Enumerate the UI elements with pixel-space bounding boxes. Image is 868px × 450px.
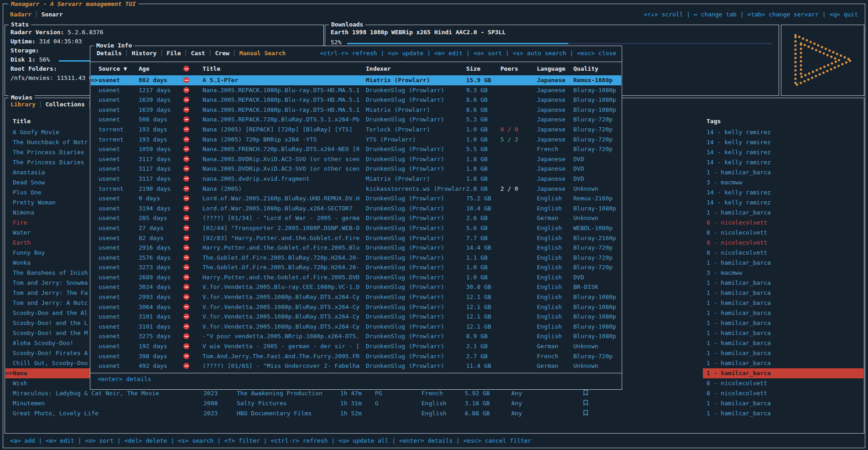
column-peers[interactable]: Peers xyxy=(500,65,537,75)
release-row[interactable]: torrent2190 daysNana (2005)kickasstorren… xyxy=(91,184,621,194)
tab-radarr[interactable]: Radarr xyxy=(10,11,31,18)
release-row[interactable]: usenet492 days(????) [01/65] - "Miss Und… xyxy=(91,361,621,371)
release-row[interactable]: usenet2576 daysThe.Goblet.Of.Fire.2005.B… xyxy=(91,253,621,263)
column-language[interactable]: Language xyxy=(537,65,573,75)
release-indexer: DrunkenSlug (Prowlarr) xyxy=(366,95,466,105)
header-spacer xyxy=(5,116,13,126)
release-row[interactable]: usenet2993 daysV.for.Vendetta.2005.1080p… xyxy=(91,292,621,302)
rejection-cell xyxy=(183,243,203,253)
release-row[interactable]: usenet1639 daysNana.2005.REPACK.1080p.Bl… xyxy=(91,95,621,105)
selection-marker xyxy=(91,105,99,115)
selection-marker xyxy=(91,312,99,322)
movie-row[interactable]: Great Photo, Lovely Life2023HBO Document… xyxy=(5,408,863,419)
release-title: [02/44] "Transporter 2.2005.1080P.DSNP.W… xyxy=(203,223,366,233)
column-age[interactable]: Age xyxy=(139,65,183,75)
tabs-divider xyxy=(90,62,622,62)
release-row[interactable]: =>usenet802 daysA 5.1-PTerMiatrix (Prowl… xyxy=(91,75,621,85)
radarr-version-value: 5.2.6.8376 xyxy=(68,29,103,36)
uptime-label: Uptime: xyxy=(10,38,36,45)
release-quality: Bluray-1080p xyxy=(573,204,621,214)
column-quality[interactable]: Quality xyxy=(573,65,621,75)
tab-history[interactable]: History xyxy=(132,50,157,57)
release-row[interactable]: usenet2916 daysHarry.Potter.and.the.Gobl… xyxy=(91,243,621,253)
release-row[interactable]: torrent193 daysNana (2005) 720p BRRip x2… xyxy=(91,135,621,145)
release-row[interactable]: usenet3273 daysThe.Goblet.Of.Fire.2005.B… xyxy=(91,262,621,272)
release-row[interactable]: usenet3117 daysNana.2005.DVDRip.XviD.AC3… xyxy=(91,164,621,174)
rejection-cell xyxy=(183,233,203,243)
release-row[interactable]: usenet285 days(????) [01/34] - "Lord of … xyxy=(91,213,621,223)
release-peers xyxy=(500,233,537,243)
selection-marker xyxy=(91,243,99,253)
release-size: 2.7 GB xyxy=(466,351,500,361)
release-row[interactable]: usenet1217 daysNana.2005.REPACK.1080p.Bl… xyxy=(91,85,621,95)
release-row[interactable]: usenet3101 daysV.for.Vendetta.2005.1080p… xyxy=(91,312,621,322)
release-title: Nana.2005.REPACK.1080p.Blu-ray.DTS-HD.MA… xyxy=(203,95,366,105)
column-rejected[interactable] xyxy=(183,65,203,75)
release-indexer: DrunkenSlug (Prowlarr) xyxy=(366,361,466,371)
rejection-cell xyxy=(183,223,203,233)
release-row[interactable]: usenet1059 daysNana.2005.FRENCH.720p.Blu… xyxy=(91,144,621,154)
release-row[interactable]: usenet2689 daysHarry.Potter.and.the.Gobl… xyxy=(91,272,621,283)
tab-cast[interactable]: Cast xyxy=(191,50,205,57)
selection-marker xyxy=(91,361,99,371)
movie-runtime: 1h 52m xyxy=(337,408,371,419)
release-row[interactable]: usenet508 daysNana.2005.REPACK.720p.BluR… xyxy=(91,115,621,125)
download-item-title: Earth 1998 1080p WEBRip x265 Hindi AAC2.… xyxy=(331,29,506,36)
release-row[interactable]: usenet1639 daysNana.2005.REPACK.1080p.Bl… xyxy=(91,105,621,115)
tab-collections[interactable]: Collections xyxy=(46,101,85,108)
release-row[interactable]: usenet3117 daysNana.2005.DVDRip.XviD.AC3… xyxy=(91,154,621,164)
rejected-icon xyxy=(183,126,189,132)
tab-library[interactable]: Library xyxy=(10,101,36,108)
release-row[interactable]: usenet3117 daysnana.2005.dvdrip.xvid.fra… xyxy=(91,174,621,184)
release-row[interactable]: usenet398 daysTom.And.Jerry.The.Fast.And… xyxy=(91,351,621,361)
movie-monitored-cell xyxy=(580,398,703,408)
rejected-icon xyxy=(183,166,189,172)
release-row[interactable]: torrent193 daysNana (2005) [REPACK] [720… xyxy=(91,125,621,135)
tab-crew[interactable]: Crew xyxy=(215,50,229,57)
movie-row[interactable]: Miraculous: Ladybug & Cat Noir, The Movi… xyxy=(5,388,863,398)
release-row[interactable]: usenet192 daysV wie Vendetta - 2005 - ge… xyxy=(91,341,621,351)
movie-language: English xyxy=(418,408,461,419)
selection-marker xyxy=(91,331,99,341)
column-indexer[interactable]: Indexer xyxy=(366,65,466,75)
release-age: 193 days xyxy=(139,135,183,145)
movie-tag: 8 - nicolecolvett xyxy=(703,238,863,248)
rejection-cell xyxy=(183,95,203,105)
tab-details[interactable]: Details xyxy=(97,50,122,57)
column-source[interactable]: Source ▼ xyxy=(99,65,139,75)
release-row[interactable]: usenet82 days[02/83] "Harry.Potter.and.t… xyxy=(91,233,621,243)
selection-marker: => xyxy=(5,368,13,378)
column-size[interactable]: Size xyxy=(466,65,500,75)
tab-manual-search[interactable]: Manual Search xyxy=(239,50,286,57)
downloads-panel-title: Downloads xyxy=(329,21,365,28)
release-row[interactable]: usenet3101 daysV.for.Vendetta.2005.1080p… xyxy=(91,322,621,332)
release-age: 285 days xyxy=(139,213,183,223)
column-tags[interactable]: Tags xyxy=(703,116,863,126)
release-row[interactable]: usenet27 days[02/44] "Transporter 2.2005… xyxy=(91,223,621,233)
release-language: Japanese xyxy=(537,125,573,135)
release-peers xyxy=(500,154,537,164)
selection-marker xyxy=(5,228,13,238)
sort-indicator-icon: ▼ xyxy=(124,65,127,72)
release-source: usenet xyxy=(99,243,139,253)
release-age: 492 days xyxy=(139,361,183,371)
release-quality: BR-DISK xyxy=(573,282,621,292)
movie-row[interactable]: Minutemen2008Salty Pictures1h 31mGEnglis… xyxy=(5,398,863,408)
release-row[interactable]: usenet3024 daysV.for.Vendetta.2005.Blu-r… xyxy=(91,282,621,292)
release-language: English xyxy=(537,282,573,292)
release-age: 2689 days xyxy=(139,272,183,283)
tab-file[interactable]: File xyxy=(166,50,181,57)
column-release-title[interactable]: Title xyxy=(203,65,366,75)
release-row[interactable]: usenet3275 days-"V pour vendetta.2005.BR… xyxy=(91,331,621,341)
release-size: 5.3 GB xyxy=(466,115,500,125)
release-size: 8.6 GB xyxy=(466,95,500,105)
release-row[interactable]: usenet3064 daysV.for.Vendetta.2005.1080p… xyxy=(91,302,621,312)
release-age: 0 days xyxy=(139,194,183,204)
release-indexer: Miatrix (Prowlarr) xyxy=(366,105,466,115)
tab-sonarr[interactable]: Sonarr xyxy=(42,11,63,18)
release-row[interactable]: usenet0 daysLord.of.War.2005.2160p.BluRa… xyxy=(91,194,621,204)
release-row[interactable]: usenet3194 daysLord.of.War.2005.1080p.Bl… xyxy=(91,204,621,214)
movies-keybindings-help: <a> add | <e> edit | <o> sort | <del> de… xyxy=(10,437,531,444)
release-peers xyxy=(500,341,537,351)
rejected-icon xyxy=(183,225,189,231)
